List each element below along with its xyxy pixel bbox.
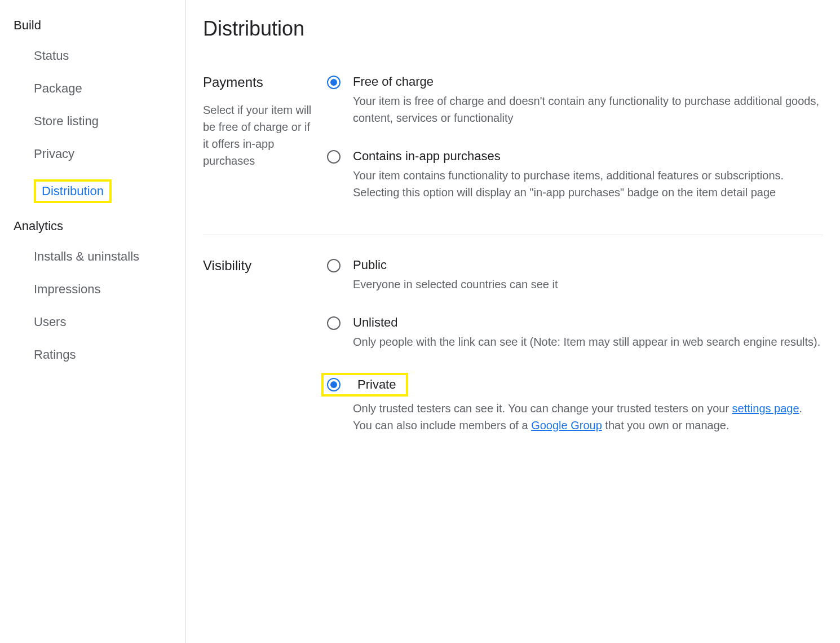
sidebar-item-label: Status <box>34 49 69 63</box>
payments-label-col: Payments Select if your item will be fre… <box>203 74 327 201</box>
sidebar-item-label: Ratings <box>34 347 76 362</box>
sidebar: Build Status Package Store listing Priva… <box>0 0 186 643</box>
sidebar-item-installs[interactable]: Installs & uninstalls <box>0 240 185 273</box>
radio-icon[interactable] <box>327 76 341 89</box>
sidebar-item-label: Distribution <box>34 179 112 203</box>
radio-content: Unlisted Only people with the link can s… <box>353 315 823 350</box>
visibility-label: Visibility <box>203 258 316 274</box>
radio-title: Contains in-app purchases <box>353 149 823 164</box>
payments-options: Free of charge Your item is free of char… <box>327 74 823 201</box>
sidebar-item-label: Users <box>34 315 66 329</box>
sidebar-item-distribution[interactable]: Distribution <box>0 170 185 212</box>
sidebar-item-label: Installs & uninstalls <box>34 249 139 264</box>
radio-title: Free of charge <box>353 74 823 89</box>
radio-title: Public <box>353 258 823 272</box>
payments-desc: Select if your item will be free of char… <box>203 102 316 169</box>
sidebar-item-store-listing[interactable]: Store listing <box>0 105 185 138</box>
sidebar-item-impressions[interactable]: Impressions <box>0 273 185 306</box>
sidebar-item-label: Store listing <box>34 114 99 129</box>
visibility-options: Public Everyone in selected countries ca… <box>327 258 823 434</box>
radio-icon[interactable] <box>327 150 341 164</box>
radio-option-unlisted[interactable]: Unlisted Only people with the link can s… <box>327 315 823 350</box>
sidebar-item-privacy[interactable]: Privacy <box>0 138 185 170</box>
radio-content: Contains in-app purchases Your item cont… <box>353 149 823 201</box>
sidebar-item-label: Impressions <box>34 282 101 297</box>
private-head: Private <box>321 373 408 397</box>
radio-title: Unlisted <box>353 315 823 330</box>
radio-desc: Everyone in selected countries can see i… <box>353 276 823 293</box>
payments-section: Payments Select if your item will be fre… <box>203 74 823 235</box>
radio-option-inapp[interactable]: Contains in-app purchases Your item cont… <box>327 149 823 201</box>
radio-option-private[interactable]: Private Only trusted testers can see it.… <box>327 373 823 434</box>
google-group-link[interactable]: Google Group <box>531 419 602 431</box>
radio-content: Free of charge Your item is free of char… <box>353 74 823 126</box>
radio-option-public[interactable]: Public Everyone in selected countries ca… <box>327 258 823 293</box>
sidebar-item-label: Package <box>34 81 82 96</box>
settings-page-link[interactable]: settings page <box>732 402 799 415</box>
radio-desc: Your item is free of charge and doesn't … <box>353 93 823 126</box>
visibility-section: Visibility Public Everyone in selected c… <box>203 258 823 468</box>
visibility-label-col: Visibility <box>203 258 327 434</box>
sidebar-item-status[interactable]: Status <box>0 39 185 72</box>
radio-title: Private <box>357 377 396 392</box>
page-title: Distribution <box>203 0 823 74</box>
sidebar-header-build: Build <box>0 11 185 39</box>
payments-label: Payments <box>203 74 316 90</box>
radio-content: Public Everyone in selected countries ca… <box>353 258 823 293</box>
sidebar-item-package[interactable]: Package <box>0 72 185 105</box>
radio-desc: Only trusted testers can see it. You can… <box>353 400 823 434</box>
radio-icon[interactable] <box>327 378 341 391</box>
sidebar-item-label: Privacy <box>34 147 74 161</box>
sidebar-item-ratings[interactable]: Ratings <box>0 338 185 371</box>
radio-icon[interactable] <box>327 259 341 272</box>
private-desc-pre: Only trusted testers can see it. You can… <box>353 402 732 415</box>
sidebar-header-analytics: Analytics <box>0 212 185 240</box>
private-desc-post: that you own or manage. <box>602 419 730 431</box>
radio-icon[interactable] <box>327 316 341 330</box>
radio-option-free[interactable]: Free of charge Your item is free of char… <box>327 74 823 126</box>
main-content: Distribution Payments Select if your ite… <box>186 0 840 643</box>
radio-desc: Only people with the link can see it (No… <box>353 333 823 350</box>
sidebar-item-users[interactable]: Users <box>0 306 185 338</box>
radio-desc: Your item contains functionality to purc… <box>353 167 823 201</box>
